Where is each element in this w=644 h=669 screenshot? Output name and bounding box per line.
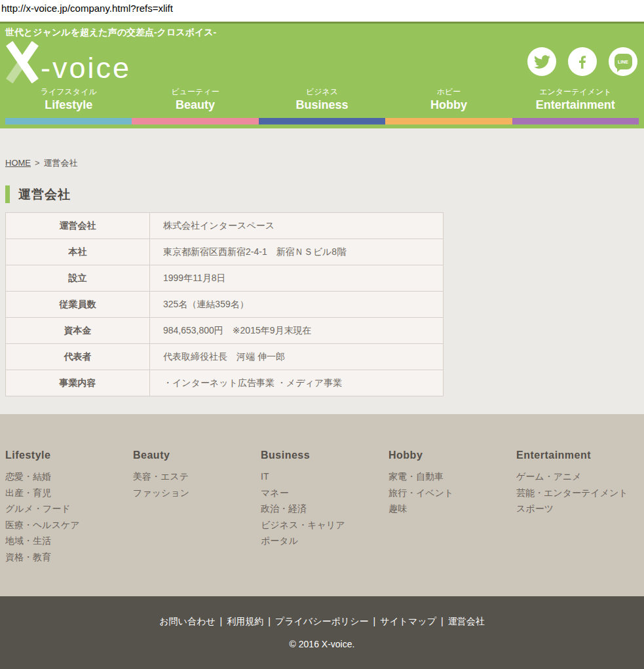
nav-item-entertainment[interactable]: エンターテイメント Entertainment bbox=[512, 87, 639, 124]
nav-label-jp: ビューティー bbox=[132, 87, 258, 97]
logo-text: -voice bbox=[41, 54, 131, 83]
bottom-footer: お問い合わせ|利用規約|プライバシーポリシー|サイトマップ|運営会社 © 201… bbox=[0, 596, 644, 669]
footer-link[interactable]: ゲーム・アニメ bbox=[516, 468, 628, 485]
row-value: 984,653,800円 ※2015年9月末現在 bbox=[150, 318, 444, 344]
footer-column-beauty: Beauty 美容・エステ ファッション bbox=[133, 449, 261, 596]
bottom-links: お問い合わせ|利用規約|プライバシーポリシー|サイトマップ|運営会社 bbox=[0, 616, 644, 628]
breadcrumb-separator: > bbox=[35, 158, 40, 168]
footer-link[interactable]: スポーツ bbox=[516, 501, 628, 517]
breadcrumb: HOME>運営会社 bbox=[5, 157, 639, 169]
nav-item-beauty[interactable]: ビューティー Beauty bbox=[132, 87, 258, 124]
table-row: 資本金 984,653,800円 ※2015年9月末現在 bbox=[6, 318, 444, 344]
twitter-icon bbox=[534, 54, 550, 70]
row-label: 代表者 bbox=[6, 344, 150, 370]
nav-item-hobby[interactable]: ホビー Hobby bbox=[385, 87, 512, 124]
footer-link[interactable]: グルメ・フード bbox=[5, 501, 133, 517]
line-icon: LINE bbox=[615, 54, 632, 69]
nav-item-business[interactable]: ビジネス Business bbox=[259, 87, 385, 124]
nav-strip bbox=[132, 118, 258, 124]
facebook-icon bbox=[574, 53, 591, 70]
nav-label-en: Lifestyle bbox=[5, 98, 132, 112]
breadcrumb-current: 運営会社 bbox=[44, 158, 78, 168]
footer-link[interactable]: 資格・教育 bbox=[5, 549, 133, 565]
table-row: 設立 1999年11月8日 bbox=[6, 265, 444, 292]
company-info-table: 運営会社 株式会社インタースペース 本社 東京都新宿区西新宿2-4-1 新宿ＮＳ… bbox=[5, 212, 444, 396]
breadcrumb-home-link[interactable]: HOME bbox=[5, 158, 31, 168]
page-title: 運営会社 bbox=[18, 186, 71, 203]
footer-column-title: Beauty bbox=[133, 449, 261, 461]
bottom-link[interactable]: お問い合わせ bbox=[159, 616, 215, 626]
bottom-link[interactable]: 利用規約 bbox=[227, 616, 263, 626]
bottom-link[interactable]: サイトマップ bbox=[380, 616, 436, 626]
row-value: 代表取締役社長 河端 伸一郎 bbox=[150, 344, 444, 370]
footer-column-title: Business bbox=[261, 449, 388, 461]
bottom-link-separator: | bbox=[373, 616, 375, 626]
row-label: 従業員数 bbox=[6, 292, 150, 318]
bottom-link-separator: | bbox=[220, 616, 223, 626]
row-label: 運営会社 bbox=[6, 213, 150, 239]
footer-link[interactable]: 美容・エステ bbox=[133, 468, 261, 485]
social-buttons: LINE bbox=[527, 47, 637, 76]
line-button[interactable]: LINE bbox=[609, 47, 637, 76]
footer-link[interactable]: 出産・育児 bbox=[5, 485, 133, 501]
bottom-link[interactable]: プライバシーポリシー bbox=[275, 616, 369, 626]
nav-strip bbox=[385, 118, 512, 124]
table-row: 従業員数 325名（連結359名） bbox=[6, 292, 444, 318]
footer-column-business: Business IT マネー 政治・経済 ビジネス・キャリア ポータル bbox=[261, 449, 388, 596]
nav-strip bbox=[5, 118, 132, 124]
footer: Lifestyle 恋愛・結婚 出産・育児 グルメ・フード 医療・ヘルスケア 地… bbox=[0, 414, 644, 596]
address-bar[interactable]: http://x-voice.jp/company.html?refs=xlif… bbox=[0, 0, 644, 22]
row-label: 本社 bbox=[6, 239, 150, 265]
row-label: 資本金 bbox=[6, 318, 150, 344]
footer-link[interactable]: 家電・自動車 bbox=[388, 468, 516, 485]
footer-link[interactable]: 医療・ヘルスケア bbox=[5, 517, 133, 533]
footer-column-title: Hobby bbox=[388, 449, 516, 461]
nav-label-jp: ビジネス bbox=[259, 87, 385, 97]
logo-link[interactable]: -voice bbox=[5, 40, 156, 83]
nav-label-en: Business bbox=[259, 98, 385, 112]
footer-link[interactable]: 政治・経済 bbox=[261, 501, 388, 517]
footer-link[interactable]: 芸能・エンターテイメント bbox=[516, 485, 628, 501]
main-content: HOME>運営会社 運営会社 運営会社 株式会社インタースペース 本社 東京都新… bbox=[0, 128, 644, 414]
nav-label-en: Beauty bbox=[132, 98, 258, 112]
bottom-link-separator: | bbox=[441, 616, 444, 626]
line-icon-label: LINE bbox=[618, 60, 628, 64]
footer-link[interactable]: ビジネス・キャリア bbox=[261, 517, 388, 533]
footer-column-lifestyle: Lifestyle 恋愛・結婚 出産・育児 グルメ・フード 医療・ヘルスケア 地… bbox=[5, 449, 133, 596]
row-value: ・インターネット広告事業 ・メディア事業 bbox=[150, 370, 444, 396]
logo-x-mark bbox=[5, 41, 39, 83]
nav-label-jp: ホビー bbox=[385, 87, 512, 97]
nav-strip bbox=[259, 118, 385, 124]
footer-link[interactable]: 地域・生活 bbox=[5, 533, 133, 549]
table-row: 事業内容 ・インターネット広告事業 ・メディア事業 bbox=[6, 370, 444, 396]
table-row: 代表者 代表取締役社長 河端 伸一郎 bbox=[6, 344, 444, 370]
title-accent-bar bbox=[5, 185, 10, 203]
footer-column-hobby: Hobby 家電・自動車 旅行・イベント 趣味 bbox=[388, 449, 516, 596]
table-row: 本社 東京都新宿区西新宿2-4-1 新宿ＮＳビル8階 bbox=[6, 239, 444, 265]
footer-link[interactable]: 恋愛・結婚 bbox=[5, 468, 133, 485]
footer-link[interactable]: ポータル bbox=[261, 533, 388, 549]
footer-link[interactable]: IT bbox=[261, 468, 388, 485]
bottom-link[interactable]: 運営会社 bbox=[448, 616, 485, 626]
footer-link[interactable]: マネー bbox=[261, 485, 388, 501]
site-header: 世代とジャンルを超えた声の交差点-クロスボイス- -voice LINE bbox=[0, 22, 644, 128]
footer-column-entertainment: Entertainment ゲーム・アニメ 芸能・エンターテイメント スポーツ bbox=[516, 449, 628, 596]
nav-item-lifestyle[interactable]: ライフスタイル Lifestyle bbox=[5, 87, 132, 124]
nav-label-en: Hobby bbox=[385, 98, 512, 112]
row-value: 東京都新宿区西新宿2-4-1 新宿ＮＳビル8階 bbox=[150, 239, 444, 265]
footer-column-title: Lifestyle bbox=[5, 449, 133, 461]
nav-label-en: Entertainment bbox=[512, 98, 639, 112]
footer-link[interactable]: 趣味 bbox=[388, 501, 516, 517]
site-tagline: 世代とジャンルを超えた声の交差点-クロスボイス- bbox=[0, 24, 644, 39]
twitter-button[interactable] bbox=[527, 47, 556, 76]
nav-label-jp: ライフスタイル bbox=[5, 87, 132, 97]
main-nav: ライフスタイル Lifestyle ビューティー Beauty ビジネス Bus… bbox=[5, 87, 639, 124]
bottom-link-separator: | bbox=[268, 616, 271, 626]
copyright: © 2016 X-voice. bbox=[0, 639, 644, 649]
nav-label-jp: エンターテイメント bbox=[512, 87, 639, 97]
row-label: 設立 bbox=[6, 265, 150, 292]
row-value: 325名（連結359名） bbox=[150, 292, 444, 318]
footer-link[interactable]: ファッション bbox=[133, 485, 261, 501]
facebook-button[interactable] bbox=[568, 47, 597, 76]
footer-link[interactable]: 旅行・イベント bbox=[388, 485, 516, 501]
